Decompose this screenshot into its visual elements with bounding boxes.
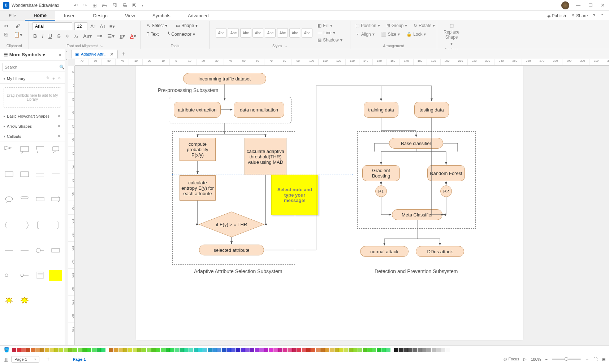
callout-burst[interactable] <box>18 295 31 306</box>
color-swatch[interactable] <box>194 348 198 352</box>
color-swatch[interactable] <box>114 348 118 352</box>
callout-shape[interactable] <box>3 194 16 205</box>
focus-mode-button[interactable]: ◎ Focus <box>504 357 519 361</box>
fullscreen-icon[interactable]: ▣ <box>602 357 605 361</box>
color-swatch[interactable] <box>381 348 386 352</box>
color-swatch[interactable] <box>278 348 282 352</box>
connector-tool[interactable]: ╰ Connector ▾ <box>165 31 197 38</box>
color-swatch[interactable] <box>408 348 413 352</box>
case-icon[interactable]: Aa▾ <box>82 32 92 40</box>
strike-icon[interactable]: S <box>56 32 61 40</box>
callout-shape[interactable] <box>34 194 47 205</box>
color-swatch[interactable] <box>78 348 82 352</box>
menu-insert[interactable]: Insert <box>55 11 85 21</box>
color-swatch[interactable] <box>12 348 16 352</box>
color-swatch[interactable] <box>264 348 268 352</box>
style-preset-5[interactable]: Abc <box>265 28 276 38</box>
group-button[interactable]: ⊞ Group▾ <box>385 22 409 29</box>
node-ddos-attack[interactable]: DDos attack <box>416 246 464 257</box>
node-training-data[interactable]: training data <box>364 102 398 118</box>
color-swatch[interactable] <box>133 348 137 352</box>
save-icon[interactable]: 🖫 <box>112 3 117 8</box>
color-swatch[interactable] <box>394 348 398 352</box>
rotate-button[interactable]: ↻ Rotate▾ <box>412 22 436 29</box>
callout-line[interactable] <box>3 245 16 256</box>
node-p2[interactable]: P2 <box>440 185 452 197</box>
callout-line[interactable] <box>18 245 31 256</box>
styles-expand-icon[interactable]: ↘ <box>284 44 287 48</box>
color-swatch[interactable] <box>372 348 376 352</box>
node-gradient-boosting[interactable]: Gradient Boosting <box>362 165 400 181</box>
callout-bracket-right[interactable] <box>49 220 62 231</box>
color-swatch[interactable] <box>288 348 292 352</box>
color-swatch[interactable] <box>231 348 236 352</box>
font-name-select[interactable] <box>33 22 72 30</box>
sidebar-collapse-icon[interactable]: « <box>59 52 61 57</box>
node-decision-threshold[interactable]: if E(y) > = THR <box>199 212 264 237</box>
node-normal-attack[interactable]: normal attack <box>360 246 409 257</box>
color-swatch[interactable] <box>161 348 165 352</box>
callout-stamp[interactable] <box>49 295 62 306</box>
color-swatch[interactable] <box>170 348 174 352</box>
color-swatch[interactable] <box>250 348 254 352</box>
arrow-shapes-section[interactable]: ▸Arrow Shapes✕ <box>0 121 65 131</box>
callout-shape[interactable] <box>18 194 31 205</box>
style-preset-6[interactable]: Abc <box>277 28 288 38</box>
increase-font-icon[interactable]: A↑ <box>90 23 97 30</box>
color-swatch[interactable] <box>175 348 179 352</box>
color-swatch[interactable] <box>31 348 35 352</box>
color-swatch[interactable] <box>156 348 160 352</box>
color-swatch[interactable] <box>109 348 113 352</box>
sticky-note[interactable]: Select note and type your message! <box>271 175 318 215</box>
color-swatch[interactable] <box>344 348 348 352</box>
color-swatch[interactable] <box>226 348 231 352</box>
color-swatch[interactable] <box>363 348 367 352</box>
node-data-normalisation[interactable]: data normalisation <box>234 102 284 118</box>
color-swatch[interactable] <box>208 348 212 352</box>
color-swatch[interactable] <box>142 348 146 352</box>
node-incoming-dataset[interactable]: incomming traffic dataset <box>183 73 266 84</box>
align-button[interactable]: ⫟ Align▾ <box>354 31 376 38</box>
print-icon[interactable]: 🖶 <box>122 3 127 8</box>
my-library-section[interactable]: ▾My Library ✎＋✕ <box>0 74 65 84</box>
lib-edit-icon[interactable]: ✎ <box>46 76 49 81</box>
color-swatch[interactable] <box>446 348 450 352</box>
color-swatch[interactable] <box>349 348 353 352</box>
color-swatch[interactable] <box>87 348 91 352</box>
position-button[interactable]: ⬚ Position▾ <box>354 22 381 29</box>
maximize-icon[interactable]: ☐ <box>587 3 594 8</box>
align-icon[interactable]: ≡▾ <box>109 23 116 30</box>
color-swatch[interactable] <box>399 348 403 352</box>
callouts-section[interactable]: ▾Callouts✕ <box>0 131 65 141</box>
help-icon[interactable]: ? <box>593 13 595 18</box>
bold-icon[interactable]: B <box>33 32 38 40</box>
export-icon[interactable]: ⇱ <box>132 3 137 8</box>
color-swatch[interactable] <box>45 348 49 352</box>
color-swatch[interactable] <box>59 348 63 352</box>
color-swatch[interactable] <box>184 348 189 352</box>
cut-icon[interactable]: ✂ <box>4 22 9 30</box>
style-preset-8[interactable]: Abc <box>302 28 312 38</box>
color-swatch[interactable] <box>269 348 273 352</box>
library-drop-zone[interactable]: Drag symbols here to add to My Library <box>4 87 61 108</box>
new-icon[interactable]: ⊞ <box>92 3 97 8</box>
callout-shape[interactable] <box>49 194 62 205</box>
font-expand-icon[interactable]: ↘ <box>100 44 103 48</box>
lib-add-icon[interactable]: ＋ <box>52 76 56 81</box>
minimize-icon[interactable]: — <box>574 3 582 8</box>
color-swatch[interactable] <box>339 348 344 352</box>
menu-file[interactable]: File <box>0 11 25 21</box>
close-tab-icon[interactable]: ✕ <box>110 52 114 57</box>
color-swatch[interactable] <box>325 348 329 352</box>
section-close-icon[interactable]: ✕ <box>57 133 61 139</box>
select-tool[interactable]: ↖ Select ▾ <box>144 22 169 29</box>
callout-shape[interactable] <box>49 245 62 256</box>
style-preset-2[interactable]: Abc <box>228 28 239 38</box>
paste-icon[interactable]: 📋▾ <box>13 31 23 38</box>
lock-button[interactable]: 🔒 Lock▾ <box>405 31 427 38</box>
color-swatch[interactable] <box>432 348 436 352</box>
node-testing-data[interactable]: testing data <box>414 102 449 118</box>
color-swatch[interactable] <box>377 348 381 352</box>
shape-tool[interactable]: ▭ Shape ▾ <box>174 22 200 29</box>
color-swatch[interactable] <box>422 348 427 352</box>
